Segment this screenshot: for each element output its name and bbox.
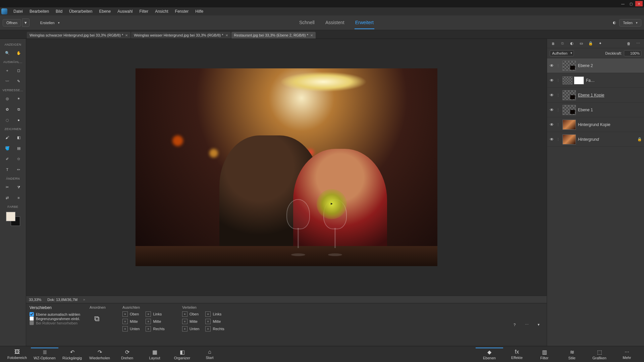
bottom-filter[interactable]: ▥Filter: [531, 348, 558, 361]
menu-bild[interactable]: Bild: [52, 7, 66, 15]
tool-lasso[interactable]: 〰: [3, 76, 12, 86]
lock-layer-icon[interactable]: 🔒: [587, 40, 594, 47]
align-links[interactable]: ≡Links: [146, 311, 164, 317]
mode-schnell[interactable]: Schnell: [299, 16, 315, 29]
layer-visibility-icon[interactable]: 👁: [549, 137, 554, 142]
align-unten[interactable]: ≡Unten: [122, 326, 140, 331]
option-checkbox[interactable]: Ebene automatisch wählen: [30, 312, 80, 316]
create-dropdown-button[interactable]: Erstellen: [37, 19, 63, 26]
layer-visibility-icon[interactable]: 👁: [549, 107, 554, 113]
align-mitte[interactable]: ≡Mitte: [146, 319, 164, 324]
tool-shape[interactable]: ✩: [14, 154, 23, 164]
bottom-organizer[interactable]: ◧Organizer: [168, 348, 196, 361]
bottom-drehen[interactable]: ⟳Drehen: [113, 348, 141, 361]
panel-menu-icon[interactable]: ⋯: [522, 320, 531, 329]
bottom-fotobereich[interactable]: 🖼Fotobereich: [3, 348, 31, 361]
menu-überarbeiten[interactable]: Überarbeiten: [66, 7, 96, 15]
mode-erweitert[interactable]: Erweitert: [355, 16, 374, 29]
color-swatch[interactable]: [6, 212, 20, 226]
align-links[interactable]: ≡Links: [205, 311, 224, 317]
tool-gradient[interactable]: ▤: [14, 143, 23, 153]
tool-clone[interactable]: ⧉: [14, 105, 23, 114]
document-canvas[interactable]: [136, 68, 437, 266]
tool-quick-select[interactable]: ✎: [14, 76, 23, 86]
align-rechts[interactable]: ≡Rechts: [146, 326, 164, 331]
tool-straighten[interactable]: ≡: [14, 193, 23, 202]
tool-blur-tool[interactable]: ◌: [3, 115, 12, 125]
option-checkbox[interactable]: Begrenzungsrahmen einbl.: [30, 316, 80, 321]
new-group-icon[interactable]: ⧉: [559, 40, 566, 47]
tool-recompose[interactable]: ⧩: [14, 182, 23, 192]
delete-layer-icon[interactable]: 🗑: [625, 40, 632, 47]
menu-hilfe[interactable]: Hilfe: [192, 7, 207, 15]
arrange-icon[interactable]: ⧉: [90, 311, 104, 326]
bottom-rückgängig[interactable]: ↶Rückgängig: [58, 348, 86, 361]
layer-mask-icon[interactable]: ▭: [578, 40, 585, 47]
bottom-stile[interactable]: ≋Stile: [558, 348, 586, 361]
menu-auswahl[interactable]: Auswahl: [114, 7, 136, 15]
menu-datei[interactable]: Datei: [10, 7, 26, 15]
align-rechts[interactable]: ≡Rechts: [205, 326, 224, 331]
layer-row[interactable]: 👁⋮Hintergrund Kopie: [547, 117, 644, 132]
adjustment-layer-icon[interactable]: ◐: [569, 40, 575, 47]
close-tab-icon[interactable]: ✕: [125, 34, 128, 37]
bottom-layout[interactable]: ▦Layout: [141, 348, 168, 361]
tool-eye-tool[interactable]: ◎: [3, 94, 12, 103]
layer-fx-icon[interactable]: ✦: [597, 40, 603, 47]
menu-ansicht[interactable]: Ansicht: [152, 7, 171, 15]
layer-row[interactable]: 👁⋮Hintergrund🔒: [547, 132, 644, 147]
appearance-toggle-icon[interactable]: ◐: [610, 18, 619, 27]
bottom-effekte[interactable]: fxEffekte: [503, 348, 531, 361]
layer-visibility-icon[interactable]: 👁: [549, 78, 554, 83]
menu-ebene[interactable]: Ebene: [96, 7, 114, 15]
panel-options-icon[interactable]: ⋯: [635, 40, 641, 47]
tool-pencil[interactable]: ✏: [14, 165, 23, 174]
layer-row[interactable]: 👁⋮Ebene 1 Kopie: [547, 88, 644, 103]
bottom-wz-optionen[interactable]: ≣WZ-Optionen: [31, 348, 58, 361]
blend-mode-select[interactable]: Aufhellen: [550, 50, 574, 56]
window-close-button[interactable]: ✕: [635, 1, 643, 6]
layer-visibility-icon[interactable]: 👁: [549, 63, 554, 68]
bottom-ebenen[interactable]: ◆Ebenen: [476, 348, 503, 361]
new-layer-icon[interactable]: 🗎: [550, 40, 556, 47]
tool-heal[interactable]: ✶: [14, 94, 23, 103]
tool-fill[interactable]: 🪣: [3, 143, 12, 153]
tool-marquee[interactable]: ◻: [14, 66, 23, 75]
tool-hand[interactable]: ✋: [14, 48, 23, 58]
align-mitte[interactable]: ≡Mitte: [122, 319, 140, 324]
tool-move-content[interactable]: ⇄: [3, 193, 12, 202]
tool-move[interactable]: ＋: [3, 66, 12, 75]
align-oben[interactable]: ≡Oben: [182, 311, 199, 317]
align-unten[interactable]: ≡Unten: [182, 326, 199, 331]
tool-type[interactable]: T: [3, 165, 12, 174]
tool-crop[interactable]: ✂: [3, 182, 12, 192]
tool-zoom[interactable]: 🔍: [3, 48, 12, 58]
layer-link-icon[interactable]: ⋮: [556, 93, 560, 97]
tool-picker[interactable]: ✐: [3, 154, 12, 164]
align-mitte[interactable]: ≡Mitte: [182, 319, 199, 324]
layer-visibility-icon[interactable]: 👁: [549, 122, 554, 127]
align-mitte[interactable]: ≡Mitte: [205, 319, 224, 324]
layer-row[interactable]: 👁⋮Ebene 2: [547, 58, 644, 73]
bottom-wiederholen[interactable]: ↷Wiederholen: [86, 348, 113, 361]
menu-bearbeiten[interactable]: Bearbeiten: [26, 7, 52, 15]
close-tab-icon[interactable]: ✕: [225, 34, 228, 37]
layer-row[interactable]: 👁⋮Ebene 1: [547, 103, 644, 117]
open-button[interactable]: Öffnen: [3, 19, 21, 26]
layer-row[interactable]: 👁⋮Fa…: [547, 73, 644, 88]
layer-link-icon[interactable]: ⋮: [556, 64, 560, 67]
bottom-grafiken[interactable]: ⬚Grafiken: [586, 348, 613, 361]
layer-link-icon[interactable]: ⋮: [556, 78, 560, 82]
tool-sponge[interactable]: ●: [14, 115, 23, 125]
document-tab[interactable]: Weinglas weisser Hintergrund.jpg bei 33,…: [131, 32, 230, 39]
opacity-field[interactable]: 100%: [624, 50, 641, 56]
layer-link-icon[interactable]: ⋮: [556, 137, 560, 141]
window-minimize-button[interactable]: —: [619, 1, 627, 6]
bottom-start[interactable]: ⌂Start: [196, 348, 223, 361]
layer-link-icon[interactable]: ⋮: [556, 123, 560, 126]
collapse-panel-icon[interactable]: ▾: [534, 320, 543, 329]
bottom-mehr[interactable]: ∙∙∙Mehr: [613, 348, 641, 361]
menu-fenster[interactable]: Fenster: [172, 7, 192, 15]
document-tab[interactable]: Weinglas schwarzer Hintergrund.jpg bei 3…: [27, 32, 130, 39]
help-icon[interactable]: ?: [510, 320, 519, 329]
